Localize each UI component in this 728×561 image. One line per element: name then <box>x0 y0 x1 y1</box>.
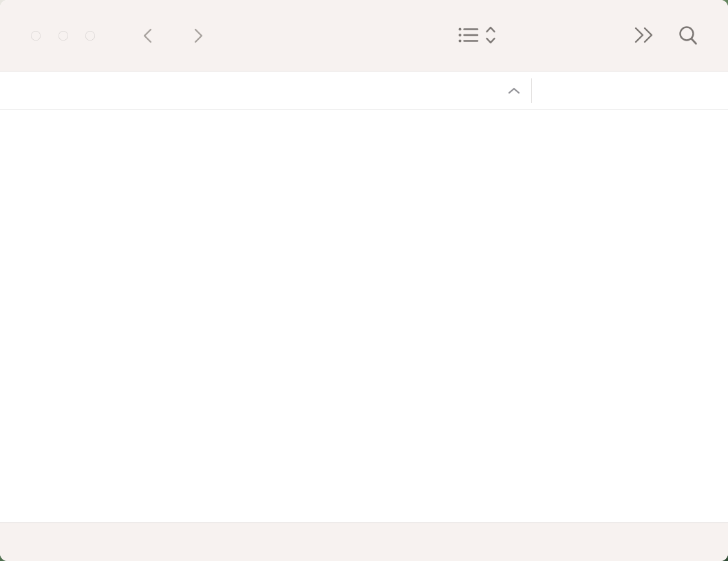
chevrons-up-down-icon <box>485 25 496 45</box>
title-bar <box>0 0 728 72</box>
search-icon <box>677 25 699 47</box>
chevron-right-icon <box>194 28 203 43</box>
toolbar-overflow-button[interactable] <box>633 25 656 45</box>
double-chevron-right-icon <box>633 25 656 45</box>
column-header-row <box>0 72 728 110</box>
status-bar <box>0 522 728 561</box>
sort-ascending-icon <box>508 87 520 94</box>
finder-window <box>0 0 728 561</box>
close-button[interactable] <box>31 31 41 41</box>
search-button[interactable] <box>677 25 699 47</box>
minimize-button[interactable] <box>58 31 68 41</box>
column-divider[interactable] <box>531 78 532 103</box>
view-options-button[interactable] <box>458 25 496 45</box>
list-view-icon <box>458 26 479 44</box>
back-button[interactable] <box>139 25 156 47</box>
zoom-button[interactable] <box>85 31 95 41</box>
file-list <box>0 110 728 522</box>
forward-button[interactable] <box>190 25 206 47</box>
chevron-left-icon <box>143 28 152 43</box>
